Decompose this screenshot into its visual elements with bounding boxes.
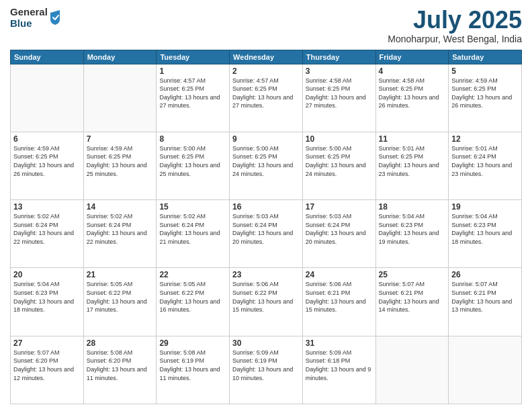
- table-row: 29Sunrise: 5:08 AM Sunset: 6:19 PM Dayli…: [157, 336, 230, 404]
- day-number: 18: [379, 202, 446, 212]
- day-number: 16: [232, 202, 300, 212]
- day-number: 7: [87, 134, 154, 144]
- header-saturday: Saturday: [449, 50, 522, 64]
- table-row: 2Sunrise: 4:57 AM Sunset: 6:25 PM Daylig…: [230, 64, 303, 132]
- day-number: 24: [306, 270, 373, 279]
- table-row: 3Sunrise: 4:58 AM Sunset: 6:25 PM Daylig…: [302, 64, 375, 132]
- day-info: Sunrise: 5:03 AM Sunset: 6:24 PM Dayligh…: [232, 212, 300, 246]
- title-block: July 2025 Monoharpur, West Bengal, India: [388, 7, 522, 44]
- day-info: Sunrise: 5:06 AM Sunset: 6:21 PM Dayligh…: [306, 280, 373, 314]
- table-row: 18Sunrise: 5:04 AM Sunset: 6:23 PM Dayli…: [375, 200, 449, 268]
- header-thursday: Thursday: [302, 50, 375, 64]
- day-info: Sunrise: 5:03 AM Sunset: 6:24 PM Dayligh…: [306, 212, 373, 246]
- table-row: 26Sunrise: 5:07 AM Sunset: 6:21 PM Dayli…: [449, 268, 522, 336]
- day-info: Sunrise: 5:04 AM Sunset: 6:23 PM Dayligh…: [451, 212, 519, 246]
- day-number: 10: [306, 134, 373, 144]
- header-sunday: Sunday: [11, 50, 84, 64]
- table-row: 12Sunrise: 5:01 AM Sunset: 6:24 PM Dayli…: [449, 132, 522, 199]
- page: General Blue July 2025 Monoharpur, West …: [0, 0, 532, 411]
- day-number: 2: [232, 66, 300, 76]
- day-info: Sunrise: 5:02 AM Sunset: 6:24 PM Dayligh…: [87, 212, 154, 246]
- day-info: Sunrise: 5:07 AM Sunset: 6:21 PM Dayligh…: [379, 280, 446, 314]
- day-info: Sunrise: 5:00 AM Sunset: 6:25 PM Dayligh…: [159, 144, 226, 178]
- logo: General Blue: [10, 7, 61, 29]
- table-row: 23Sunrise: 5:06 AM Sunset: 6:22 PM Dayli…: [230, 268, 303, 336]
- day-info: Sunrise: 4:59 AM Sunset: 6:25 PM Dayligh…: [451, 77, 519, 110]
- day-number: 23: [232, 270, 300, 279]
- table-row: 16Sunrise: 5:03 AM Sunset: 6:24 PM Dayli…: [230, 200, 303, 268]
- day-info: Sunrise: 5:02 AM Sunset: 6:24 PM Dayligh…: [13, 212, 81, 246]
- day-number: 31: [306, 338, 373, 348]
- day-info: Sunrise: 5:08 AM Sunset: 6:20 PM Dayligh…: [87, 349, 154, 382]
- day-number: 30: [232, 338, 300, 348]
- day-info: Sunrise: 5:06 AM Sunset: 6:22 PM Dayligh…: [232, 280, 300, 314]
- day-info: Sunrise: 5:04 AM Sunset: 6:23 PM Dayligh…: [379, 212, 446, 246]
- table-row: 11Sunrise: 5:01 AM Sunset: 6:25 PM Dayli…: [375, 132, 449, 199]
- logo-general: General: [10, 7, 48, 18]
- month-title: July 2025: [388, 7, 522, 34]
- table-row: 20Sunrise: 5:04 AM Sunset: 6:23 PM Dayli…: [11, 268, 84, 336]
- day-number: 17: [306, 202, 373, 212]
- table-row: 19Sunrise: 5:04 AM Sunset: 6:23 PM Dayli…: [449, 200, 522, 268]
- day-number: 5: [451, 66, 519, 76]
- table-row: 8Sunrise: 5:00 AM Sunset: 6:25 PM Daylig…: [157, 132, 230, 199]
- calendar-header-row: Sunday Monday Tuesday Wednesday Thursday…: [11, 50, 522, 64]
- day-info: Sunrise: 4:59 AM Sunset: 6:25 PM Dayligh…: [13, 144, 81, 178]
- table-row: 15Sunrise: 5:02 AM Sunset: 6:24 PM Dayli…: [157, 200, 230, 268]
- header: General Blue July 2025 Monoharpur, West …: [10, 7, 522, 44]
- day-number: 1: [159, 66, 226, 76]
- calendar-week-row: 20Sunrise: 5:04 AM Sunset: 6:23 PM Dayli…: [11, 268, 522, 336]
- day-info: Sunrise: 5:07 AM Sunset: 6:20 PM Dayligh…: [13, 349, 81, 382]
- day-info: Sunrise: 5:07 AM Sunset: 6:21 PM Dayligh…: [451, 280, 519, 314]
- table-row: [11, 64, 84, 132]
- day-number: 11: [379, 134, 446, 144]
- day-number: 3: [306, 66, 373, 76]
- table-row: 24Sunrise: 5:06 AM Sunset: 6:21 PM Dayli…: [302, 268, 375, 336]
- day-info: Sunrise: 4:57 AM Sunset: 6:25 PM Dayligh…: [232, 77, 300, 110]
- header-wednesday: Wednesday: [230, 50, 303, 64]
- header-friday: Friday: [375, 50, 449, 64]
- logo-icon: [49, 10, 61, 25]
- day-info: Sunrise: 5:05 AM Sunset: 6:22 PM Dayligh…: [87, 280, 154, 314]
- day-info: Sunrise: 5:00 AM Sunset: 6:25 PM Dayligh…: [232, 144, 300, 178]
- subtitle: Monoharpur, West Bengal, India: [388, 34, 522, 44]
- day-number: 25: [379, 270, 446, 279]
- table-row: [83, 64, 157, 132]
- table-row: 7Sunrise: 4:59 AM Sunset: 6:25 PM Daylig…: [83, 132, 157, 199]
- table-row: 14Sunrise: 5:02 AM Sunset: 6:24 PM Dayli…: [83, 200, 157, 268]
- table-row: 13Sunrise: 5:02 AM Sunset: 6:24 PM Dayli…: [11, 200, 84, 268]
- table-row: 17Sunrise: 5:03 AM Sunset: 6:24 PM Dayli…: [302, 200, 375, 268]
- table-row: 25Sunrise: 5:07 AM Sunset: 6:21 PM Dayli…: [375, 268, 449, 336]
- table-row: 22Sunrise: 5:05 AM Sunset: 6:22 PM Dayli…: [157, 268, 230, 336]
- day-number: 28: [87, 338, 154, 348]
- calendar-table: Sunday Monday Tuesday Wednesday Thursday…: [10, 50, 522, 404]
- day-number: 9: [232, 134, 300, 144]
- table-row: 9Sunrise: 5:00 AM Sunset: 6:25 PM Daylig…: [230, 132, 303, 199]
- table-row: 27Sunrise: 5:07 AM Sunset: 6:20 PM Dayli…: [11, 336, 84, 404]
- day-number: 22: [159, 270, 226, 279]
- day-number: 19: [451, 202, 519, 212]
- day-info: Sunrise: 4:59 AM Sunset: 6:25 PM Dayligh…: [87, 144, 154, 178]
- calendar-week-row: 6Sunrise: 4:59 AM Sunset: 6:25 PM Daylig…: [11, 132, 522, 199]
- day-info: Sunrise: 5:01 AM Sunset: 6:24 PM Dayligh…: [451, 144, 519, 178]
- day-number: 29: [159, 338, 226, 348]
- table-row: 10Sunrise: 5:00 AM Sunset: 6:25 PM Dayli…: [302, 132, 375, 199]
- table-row: 1Sunrise: 4:57 AM Sunset: 6:25 PM Daylig…: [157, 64, 230, 132]
- day-number: 4: [379, 66, 446, 76]
- day-info: Sunrise: 4:57 AM Sunset: 6:25 PM Dayligh…: [159, 77, 226, 110]
- day-number: 20: [13, 270, 81, 279]
- table-row: 4Sunrise: 4:58 AM Sunset: 6:25 PM Daylig…: [375, 64, 449, 132]
- header-monday: Monday: [83, 50, 157, 64]
- day-number: 6: [13, 134, 81, 144]
- day-number: 21: [87, 270, 154, 279]
- table-row: 21Sunrise: 5:05 AM Sunset: 6:22 PM Dayli…: [83, 268, 157, 336]
- day-info: Sunrise: 5:09 AM Sunset: 6:19 PM Dayligh…: [232, 349, 300, 382]
- day-number: 15: [159, 202, 226, 212]
- logo-blue: Blue: [10, 18, 48, 30]
- day-info: Sunrise: 5:02 AM Sunset: 6:24 PM Dayligh…: [159, 212, 226, 246]
- day-number: 13: [13, 202, 81, 212]
- calendar-week-row: 27Sunrise: 5:07 AM Sunset: 6:20 PM Dayli…: [11, 336, 522, 404]
- table-row: 31Sunrise: 5:09 AM Sunset: 6:18 PM Dayli…: [302, 336, 375, 404]
- day-info: Sunrise: 4:58 AM Sunset: 6:25 PM Dayligh…: [306, 77, 373, 110]
- day-info: Sunrise: 4:58 AM Sunset: 6:25 PM Dayligh…: [379, 77, 446, 110]
